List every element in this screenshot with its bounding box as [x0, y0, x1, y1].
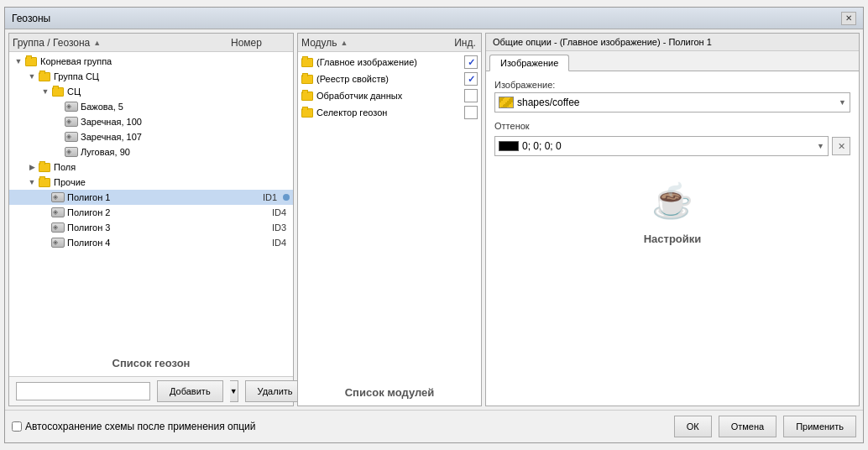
tree-item[interactable]: Бажова, 5 [9, 99, 293, 114]
remove-button[interactable]: Удалить [245, 380, 306, 402]
folder-icon [25, 57, 37, 66]
tree-toggle[interactable]: ▼ [13, 57, 24, 65]
geo-icon [51, 207, 65, 217]
right-panel-label: Настройки [494, 229, 850, 252]
footer-right: ОК Отмена Применить [674, 416, 856, 437]
right-panel: Общие опции - (Главное изображение) - По… [485, 33, 860, 406]
left-panel-header: Группа / Геозона ▲ Номер [9, 34, 293, 52]
image-select[interactable]: shapes/coffee ▼ [494, 92, 850, 112]
image-field-row: shapes/coffee ▼ [494, 92, 850, 112]
tree-item[interactable]: ▼Корневая группа [9, 54, 293, 69]
tree-label: Бажова, 5 [81, 102, 123, 112]
ok-button[interactable]: ОК [674, 416, 712, 437]
geo-icon [51, 222, 65, 233]
footer: Автосохранение схемы после применения оп… [5, 410, 863, 442]
tabs-bar: Изображение [486, 51, 859, 71]
folder-icon [39, 178, 50, 187]
color-select-arrow: ▼ [817, 142, 824, 150]
tree-number: ID4 [272, 238, 290, 248]
tree-label: Луговая, 90 [81, 147, 130, 157]
tree-number: ID3 [272, 222, 290, 233]
tree-toggle[interactable]: ▼ [26, 72, 38, 81]
col-number-header: Номер [231, 37, 290, 49]
geo-icon [65, 147, 78, 157]
geo-icon [65, 102, 78, 112]
middle-panel-label: Список модулей [298, 373, 481, 406]
image-value: shapes/coffee [517, 97, 580, 108]
geo-icon [65, 117, 78, 127]
tree-item[interactable]: Полигон 3ID3 [9, 220, 293, 235]
search-input[interactable] [16, 382, 150, 400]
folder-icon [52, 87, 64, 97]
settings-body: Изображение: shapes/coffee ▼ Оттенок [486, 71, 859, 406]
tree-toggle[interactable]: ▼ [26, 178, 38, 186]
tree-item[interactable]: Заречная, 107 [9, 129, 293, 144]
add-button[interactable]: Добавить [157, 380, 223, 402]
footer-left: Автосохранение схемы после применения оп… [12, 421, 255, 432]
module-item[interactable]: (Реестр свойств)✓ [298, 71, 481, 87]
coffee-icon: ☕ [651, 181, 693, 221]
window-title: Геозоны [12, 13, 50, 24]
tree-label: Полигон 2 [67, 207, 110, 217]
color-select[interactable]: 0; 0; 0; 0 ▼ [494, 136, 829, 156]
module-checkbox[interactable]: ✓ [464, 72, 478, 86]
middle-panel-header: Модуль ▲ Инд. [298, 34, 481, 52]
tree-item[interactable]: Заречная, 100 [9, 114, 293, 129]
module-folder-icon [301, 58, 313, 67]
tree-item[interactable]: ▼Группа СЦ [9, 69, 293, 84]
module-folder-icon [301, 75, 313, 84]
image-select-arrow: ▼ [839, 98, 846, 107]
autosave-label[interactable]: Автосохранение схемы после применения оп… [12, 421, 255, 432]
module-label: Селектор геозон [316, 107, 464, 118]
module-checkbox[interactable] [464, 89, 478, 102]
tree-label: Полигон 4 [67, 238, 110, 248]
module-item[interactable]: Обработчик данных [298, 87, 481, 104]
left-bottom-bar: Добавить ▼ Удалить [9, 376, 293, 406]
add-dropdown-button[interactable]: ▼ [230, 380, 238, 402]
col-group-header: Группа / Геозона ▲ [13, 37, 231, 49]
module-item[interactable]: Селектор геозон [298, 104, 481, 121]
image-field-group: Изображение: shapes/coffee ▼ [494, 80, 850, 112]
tree-number: ID1 [263, 192, 280, 202]
tree-item[interactable]: ▼СЦ [9, 84, 293, 99]
shade-field-label: Оттенок [494, 121, 850, 131]
tree-label: Поля [54, 162, 76, 172]
tab-image[interactable]: Изображение [489, 55, 569, 71]
module-checkbox[interactable]: ✓ [464, 55, 478, 69]
color-clear-button[interactable]: ✕ [832, 137, 850, 155]
tree-area[interactable]: ▼Корневая группа▼Группа СЦ▼СЦБажова, 5За… [9, 52, 293, 343]
module-folder-icon [301, 108, 313, 118]
main-content: Группа / Геозона ▲ Номер ▼Корневая групп… [5, 29, 863, 410]
module-item[interactable]: (Главное изображение)✓ [298, 54, 481, 71]
close-button[interactable]: ✕ [841, 12, 856, 25]
settings-title: Общие опции - (Главное изображение) - По… [486, 34, 859, 51]
folder-icon [39, 72, 50, 81]
tree-number: ID4 [272, 207, 290, 217]
color-value: 0; 0; 0; 0 [522, 140, 562, 152]
image-field-label: Изображение: [494, 80, 850, 90]
shade-field-group: Оттенок 0; 0; 0; 0 ▼ ✕ [494, 121, 850, 156]
tree-label: Заречная, 107 [81, 132, 142, 142]
tree-item[interactable]: Луговая, 90 [9, 144, 293, 160]
dot-indicator [283, 194, 290, 201]
tree-item[interactable]: Полигон 4ID4 [9, 235, 293, 250]
color-preview [499, 141, 519, 151]
tree-label: СЦ [67, 86, 81, 97]
middle-panel: Модуль ▲ Инд. (Главное изображение)✓(Рее… [297, 33, 482, 406]
tree-item[interactable]: Полигон 1ID1 [9, 190, 293, 205]
tree-item[interactable]: Полигон 2ID4 [9, 205, 293, 220]
tree-toggle[interactable]: ▼ [39, 87, 51, 96]
apply-button[interactable]: Применить [783, 416, 856, 437]
sort-arrow-group: ▲ [93, 39, 101, 47]
module-checkbox[interactable] [464, 106, 478, 119]
autosave-checkbox[interactable] [12, 421, 22, 432]
cancel-button[interactable]: Отмена [719, 416, 776, 437]
geo-icon [51, 192, 65, 202]
module-list[interactable]: (Главное изображение)✓(Реестр свойств)✓О… [298, 52, 481, 373]
module-label: (Реестр свойств) [316, 74, 464, 84]
tree-toggle[interactable]: ▶ [26, 163, 38, 171]
tree-label: Полигон 3 [67, 222, 110, 233]
tree-item[interactable]: ▶Поля [9, 160, 293, 175]
module-label: Обработчик данных [316, 91, 464, 101]
tree-item[interactable]: ▼Прочие [9, 175, 293, 190]
